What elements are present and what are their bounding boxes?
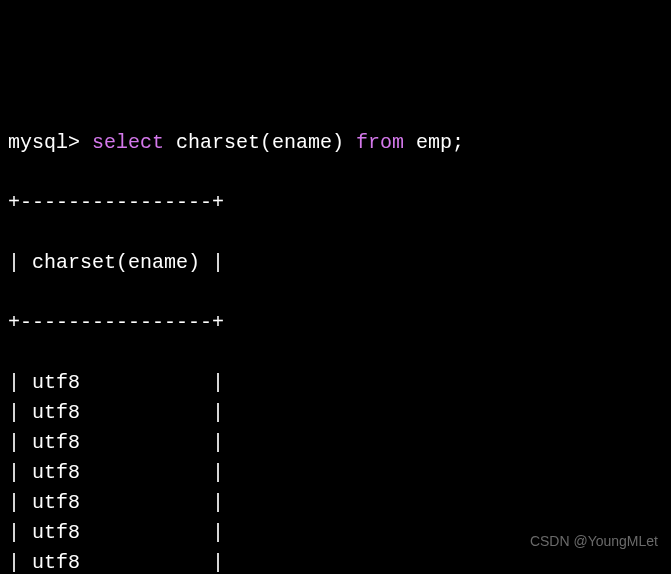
query-func: charset(ename) xyxy=(164,131,356,154)
table-border-mid: +----------------+ xyxy=(8,308,663,338)
watermark: CSDN @YoungMLet xyxy=(530,531,658,552)
column-header: charset(ename) xyxy=(32,251,200,274)
table-row: | utf8 | xyxy=(8,458,663,488)
select-keyword: select xyxy=(92,131,164,154)
from-keyword: from xyxy=(356,131,404,154)
table-row: | utf8 | xyxy=(8,428,663,458)
table-row: | utf8 | xyxy=(8,368,663,398)
query-line: mysql> select charset(ename) from emp; xyxy=(8,128,663,158)
table-row: | utf8 | xyxy=(8,398,663,428)
table-header-row: | charset(ename) | xyxy=(8,248,663,278)
table-border-top: +----------------+ xyxy=(8,188,663,218)
mysql-prompt: mysql> xyxy=(8,131,80,154)
query-table: emp; xyxy=(404,131,464,154)
table-row: | utf8 | xyxy=(8,488,663,518)
